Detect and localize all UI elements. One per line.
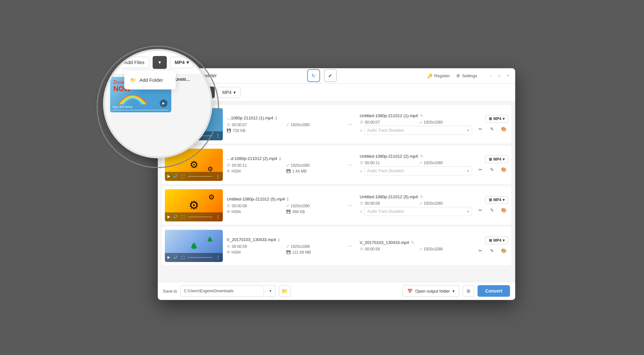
calendar-icon: 📅 — [407, 289, 412, 294]
edit-name-icon-4[interactable]: ✎ — [411, 240, 414, 245]
file-info-2: …d-1080p-211012 (2).mp4 ℹ ⏱ 00:00:11 ⤢ 1… — [227, 156, 339, 173]
res-icon-1: ⤢ — [286, 123, 289, 127]
play-btn-3[interactable]: ▶ — [167, 215, 170, 219]
thumbnail-3: ⚙ ⚙ ▶ 🔊 ⛶ ⋮ — [165, 189, 223, 221]
output-format-2[interactable]: ⊞ MP4 ▾ — [485, 155, 508, 163]
input-filename-1: …1080p 211012 (1).mp4 — [227, 116, 273, 120]
info-icon-4[interactable]: ℹ — [278, 237, 279, 242]
output-info-1: Untitled-1080p-211012 (1).mp4 ✎ ⏱ 00:00:… — [360, 113, 472, 135]
info-icon-2[interactable]: ℹ — [279, 156, 281, 161]
format-arrow-1: ▾ — [503, 117, 505, 121]
fullscreen-btn-3[interactable]: ⛶ — [181, 215, 185, 219]
close-btn[interactable]: × — [506, 73, 510, 78]
convert-button[interactable]: Convert — [478, 285, 510, 297]
edit-btn-4[interactable]: ✎ — [488, 246, 497, 255]
output-format-1[interactable]: ⊞ MP4 ▾ — [485, 115, 508, 123]
input-duration-3: 00:00:08 — [232, 204, 247, 208]
output-duration-1: 00:00:07 — [365, 120, 380, 125]
out-res-icon-3: ⤢ — [419, 201, 422, 206]
format-arrow-4: ▾ — [503, 238, 505, 243]
volume-btn-4[interactable]: 🔊 — [173, 255, 178, 259]
audio-track-label-1: Audio Track Disabled — [367, 128, 403, 133]
edit-name-icon-3[interactable]: ✎ — [420, 194, 423, 199]
color-btn-3[interactable]: 🎨 — [499, 206, 508, 215]
audio-dropdown-arrow-1: ▾ — [467, 128, 469, 133]
minimize-btn[interactable]: − — [489, 73, 493, 78]
cut-btn-3[interactable]: ✂ — [476, 206, 485, 215]
format-label-2: MP4 — [493, 157, 501, 162]
grid-view-btn[interactable]: ⊞ — [463, 285, 474, 297]
rotate-btn[interactable]: ↻ — [307, 69, 320, 82]
add-folder-dropdown: 📁 Add Folder — [124, 71, 176, 89]
edit-btn-1[interactable]: ✎ — [488, 125, 497, 134]
maximize-btn[interactable]: □ — [497, 73, 502, 78]
output-info-2: Untitled-1080p-211012 (2).mp4 ✎ ⏱ 00:00:… — [360, 154, 472, 175]
output-filename-4: V_20170103_130433.mp4 — [360, 240, 409, 245]
arrow-1: → — [343, 120, 356, 128]
mag-format-btn[interactable]: MP4 ▾ — [170, 57, 194, 68]
input-filename-2: …d-1080p-211012 (2).mp4 — [227, 156, 277, 161]
input-size-4: 121.89 MB — [292, 250, 311, 255]
mag-format-label: MP4 — [175, 60, 185, 65]
input-resolution-1: 1920x1080 — [291, 123, 310, 127]
grid-icon-1: ⊞ — [489, 117, 492, 121]
open-output-arrow: ▾ — [452, 289, 455, 294]
save-path-display: C:\Users\Eugene\Downloads — [180, 285, 264, 297]
play-btn-4[interactable]: ▶ — [167, 255, 170, 259]
more-btn-4[interactable]: ⋮ — [216, 255, 220, 260]
cut-btn-2[interactable]: ✂ — [476, 165, 485, 174]
save-path-text: C:\Users\Eugene\Downloads — [184, 289, 233, 293]
audio-track-label-3: Audio Track Disabled — [367, 209, 403, 214]
edit-btn-3[interactable]: ✎ — [488, 206, 497, 215]
edit-name-icon-1[interactable]: ✎ — [420, 113, 423, 118]
color-btn-4[interactable]: 🎨 — [499, 246, 508, 255]
out-res-icon-4: ⤢ — [419, 247, 422, 251]
settings-label: Settings — [462, 73, 477, 78]
edit-btn-2[interactable]: ✎ — [488, 165, 497, 174]
input-duration-1: 00:00:07 — [232, 123, 247, 127]
input-duration-4: 00:00:59 — [232, 244, 247, 249]
format-selector-btn[interactable]: MP4 ▾ — [217, 87, 241, 98]
check-btn[interactable]: ✔ — [324, 69, 337, 82]
browse-folder-btn[interactable]: 📁 — [279, 285, 290, 297]
info-icon-3[interactable]: ℹ — [287, 197, 289, 202]
input-filename-4: V_20170103_130433.mp4 — [227, 237, 276, 242]
play-btn-2[interactable]: ▶ — [167, 174, 170, 178]
clock-icon-1: ⏱ — [227, 123, 230, 127]
cut-btn-1[interactable]: ✂ — [476, 125, 485, 134]
audio-dropdown-arrow-2: ▾ — [467, 169, 469, 173]
more-btn-3[interactable]: ⋮ — [216, 214, 220, 220]
add-folder-item[interactable]: 📁 Add Folder — [124, 73, 176, 87]
cut-btn-4[interactable]: ✂ — [476, 246, 485, 255]
input-size-2: 1.44 MB — [292, 169, 307, 173]
mag-dropdown-btn[interactable]: ▾ — [153, 56, 167, 69]
output-format-4[interactable]: ⊞ MP4 ▾ — [485, 237, 508, 244]
path-dropdown-btn[interactable]: ▾ — [265, 285, 276, 297]
audio-track-select-3[interactable]: Audio Track Disabled ▾ — [364, 207, 472, 216]
out-clock-icon-1: ⏱ — [360, 120, 363, 124]
open-output-btn[interactable]: 📅 Open output folder ▾ — [402, 285, 459, 297]
color-btn-1[interactable]: 🎨 — [499, 125, 508, 134]
output-format-3[interactable]: ⊞ MP4 ▾ — [485, 196, 508, 204]
volume-btn-2[interactable]: 🔊 — [173, 174, 178, 178]
file-info-1: …1080p 211012 (1).mp4 ℹ ⏱ 00:00:07 ⤢ 192… — [227, 116, 339, 133]
volume-btn-3[interactable]: 🔊 — [173, 215, 178, 219]
edit-name-icon-2[interactable]: ✎ — [420, 154, 423, 159]
settings-btn[interactable]: ⚙ Settings — [456, 73, 477, 78]
clock-icon-2: ⏱ — [227, 163, 230, 167]
more-btn-2[interactable]: ⋮ — [216, 174, 220, 179]
gear-icon: ⚙ — [456, 73, 460, 78]
audio-track-select-2[interactable]: Audio Track Disabled ▾ — [364, 166, 472, 175]
mag-add-files-btn[interactable]: 📄 Add Files — [111, 57, 149, 68]
key-icon: 🔑 — [427, 73, 432, 78]
output-resolution-1: 1920x1080 — [424, 120, 443, 125]
color-btn-2[interactable]: 🎨 — [499, 165, 508, 174]
info-icon-1[interactable]: ℹ — [275, 116, 277, 121]
format-label-3: MP4 — [493, 198, 501, 202]
fullscreen-btn-2[interactable]: ⛶ — [181, 174, 185, 178]
audio-track-select-1[interactable]: Audio Track Disabled ▾ — [364, 126, 472, 135]
more-btn-1[interactable]: ⋮ — [216, 133, 220, 138]
fullscreen-btn-4[interactable]: ⛶ — [181, 256, 185, 259]
audio-icon-3: ♫ — [360, 210, 362, 213]
register-btn[interactable]: 🔑 Register — [427, 73, 450, 78]
